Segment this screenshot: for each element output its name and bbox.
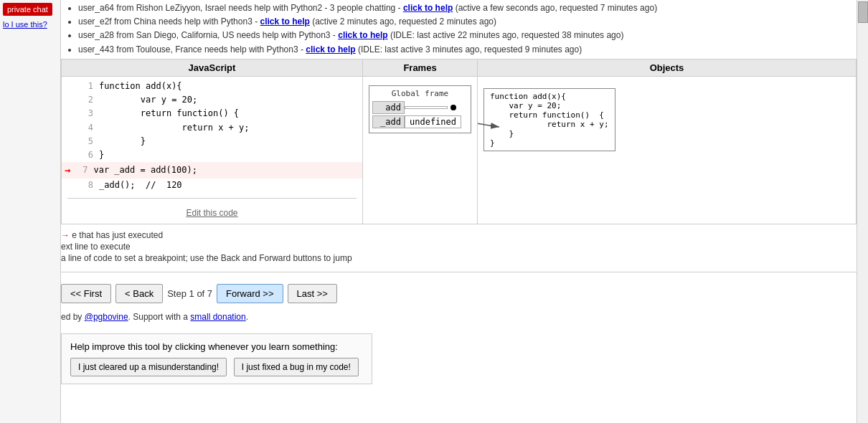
edit-link-container: Edit this code bbox=[62, 201, 362, 224]
first-button[interactable]: << First bbox=[61, 284, 111, 303]
frames-header: Frames bbox=[363, 60, 477, 77]
line-num: 5 bbox=[79, 135, 93, 148]
notif-text: user_a28 from San Diego, California, US … bbox=[78, 30, 338, 40]
line-num: 7 bbox=[73, 163, 88, 177]
notif-link[interactable]: click to help bbox=[306, 44, 355, 54]
code-text: var y = 20; bbox=[99, 93, 197, 107]
frames-panel: Frames Global frame add_addundefined bbox=[363, 60, 478, 224]
line-num: 4 bbox=[79, 121, 93, 135]
main-content: JavaScript 1function add(x){2 var y = 20… bbox=[61, 56, 857, 423]
bug-fixed-button[interactable]: I just fixed a bug in my code! bbox=[234, 358, 359, 376]
notification-item: user_a28 from San Diego, California, US … bbox=[78, 29, 862, 42]
code-lines: 1function add(x){2 var y = 20;3 return f… bbox=[62, 77, 362, 195]
code-line[interactable]: 4 return x + y; bbox=[62, 121, 362, 135]
code-line[interactable]: →7var _add = add(100); bbox=[62, 162, 362, 178]
help-link[interactable]: lo I use this? bbox=[0, 19, 60, 30]
legend-line1: e that has just executed bbox=[61, 230, 857, 240]
notif-link[interactable]: click to help bbox=[338, 30, 387, 40]
visualizer: JavaScript 1function add(x){2 var y = 20… bbox=[61, 59, 857, 224]
code-text: } bbox=[99, 148, 104, 162]
notif-text: user_443 from Toulouse, France needs hel… bbox=[78, 44, 306, 54]
nav-buttons: << First < Back Step 1 of 7 Forward >> L… bbox=[61, 275, 857, 309]
code-text: return function() { bbox=[99, 107, 239, 120]
step-label: Step 1 of 7 bbox=[167, 288, 212, 299]
improve-box: Help improve this tool by clicking whene… bbox=[61, 333, 372, 384]
line-num: 8 bbox=[79, 179, 93, 192]
function-box: function add(x){ var y = 20; return func… bbox=[483, 88, 615, 151]
objects-panel: Objects function add(x){ var y = 20; ret… bbox=[478, 60, 856, 224]
code-line[interactable]: 8_add(); // 120 bbox=[62, 179, 362, 192]
left-sidebar: private chat lo I use this? bbox=[0, 0, 61, 423]
misunderstanding-button[interactable]: I just cleared up a misunderstanding! bbox=[70, 358, 227, 376]
objects-content: function add(x){ var y = 20; return func… bbox=[478, 77, 856, 157]
frame-var: _add bbox=[372, 115, 405, 128]
code-line[interactable]: 1function add(x){ bbox=[62, 80, 362, 93]
notif-status: (IDLE: last active 22 minutes ago, reque… bbox=[390, 30, 624, 40]
notif-link[interactable]: click to help bbox=[403, 3, 453, 13]
notif-status: (IDLE: last active 3 minutes ago, reques… bbox=[358, 44, 582, 54]
code-line[interactable]: 5 } bbox=[62, 135, 362, 148]
footer: ed by @pgbovine. Support with a small do… bbox=[61, 309, 857, 328]
footer-text-end: . bbox=[246, 312, 248, 322]
author-link[interactable]: @pgbovine bbox=[85, 312, 128, 322]
objects-header: Objects bbox=[478, 60, 856, 77]
code-text: _add(); // 120 bbox=[99, 179, 182, 192]
code-line[interactable]: 3 return function() { bbox=[62, 107, 362, 120]
arrow-indicator: → bbox=[65, 162, 70, 178]
frame-rows: add_addundefined bbox=[372, 101, 468, 128]
forward-button[interactable]: Forward >> bbox=[217, 284, 283, 303]
frame-row: add bbox=[372, 101, 468, 114]
frame-dot bbox=[450, 105, 456, 110]
code-text: } bbox=[99, 135, 146, 148]
legend: e that has just executed ext line to exe… bbox=[61, 224, 857, 269]
line-num: 1 bbox=[79, 80, 93, 93]
notification-item: user_443 from Toulouse, France needs hel… bbox=[78, 43, 862, 57]
code-panel: JavaScript 1function add(x){2 var y = 20… bbox=[62, 60, 363, 224]
code-text: return x + y; bbox=[99, 121, 250, 135]
frame-var: add bbox=[372, 101, 405, 114]
notification-item: user_a64 from Rishon LeZiyyon, Israel ne… bbox=[78, 1, 862, 15]
notif-text: user_e2f from China needs help with Pyth… bbox=[78, 16, 260, 27]
footer-text-before: ed by bbox=[61, 312, 85, 322]
private-chat-button[interactable]: private chat bbox=[3, 3, 52, 16]
notif-text: user_a64 from Rishon LeZiyyon, Israel ne… bbox=[78, 3, 403, 13]
back-button[interactable]: < Back bbox=[115, 284, 163, 303]
notif-status: (active a few seconds ago, requested 7 m… bbox=[456, 3, 658, 13]
line-num: 2 bbox=[79, 93, 93, 107]
javascript-header: JavaScript bbox=[62, 60, 362, 77]
notif-status: (active 2 minutes ago, requested 2 minut… bbox=[312, 16, 496, 27]
notification-item: user_e2f from China needs help with Pyth… bbox=[78, 15, 862, 29]
global-frame-title: Global frame bbox=[372, 89, 468, 98]
improve-title: Help improve this tool by clicking whene… bbox=[70, 341, 363, 352]
notif-link[interactable]: click to help bbox=[260, 16, 309, 27]
footer-text-after: . Support with a bbox=[128, 312, 191, 322]
scroll-thumb[interactable] bbox=[858, 1, 868, 23]
code-line[interactable]: 6} bbox=[62, 148, 362, 162]
legend-line2: ext line to execute bbox=[61, 242, 857, 252]
code-text: var _add = add(100); bbox=[93, 163, 197, 177]
frame-val bbox=[405, 106, 448, 109]
line-num: 6 bbox=[79, 148, 93, 162]
global-frame-box: Global frame add_addundefined bbox=[369, 85, 471, 133]
legend-line3: a line of code to set a breakpoint; use … bbox=[61, 253, 857, 263]
scrollbar[interactable] bbox=[857, 0, 868, 423]
frame-row: _addundefined bbox=[372, 115, 468, 128]
last-button[interactable]: Last >> bbox=[288, 284, 337, 303]
donation-link[interactable]: small donation bbox=[190, 312, 245, 322]
code-text: function add(x){ bbox=[99, 80, 182, 93]
line-num: 3 bbox=[79, 107, 93, 120]
edit-code-link[interactable]: Edit this code bbox=[186, 208, 237, 218]
code-line[interactable]: 2 var y = 20; bbox=[62, 93, 362, 107]
frame-val: undefined bbox=[405, 115, 461, 128]
